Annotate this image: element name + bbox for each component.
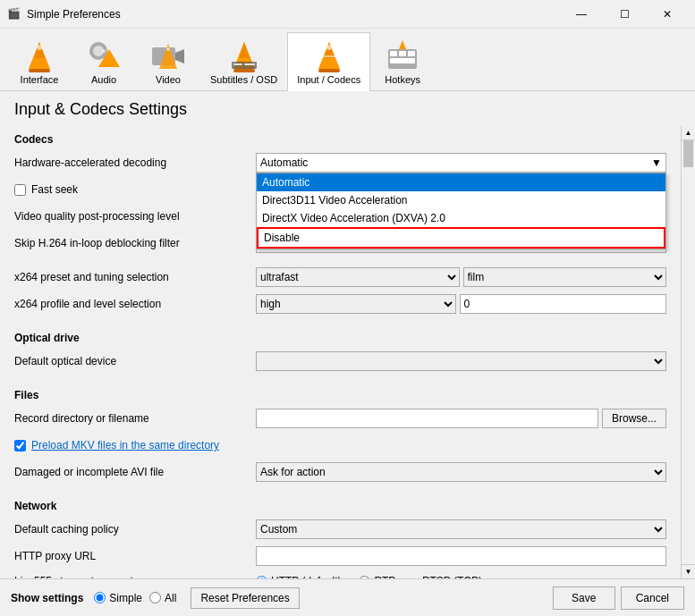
tab-interface[interactable]: Interface [7,32,72,90]
tab-interface-label: Interface [21,74,59,85]
x264-tuning-select[interactable]: film [463,267,667,287]
svg-rect-26 [408,51,415,56]
minimize-button[interactable]: — [561,0,602,29]
svg-rect-27 [390,58,415,63]
tab-input-label: Input / Codecs [297,74,360,85]
input-icon [311,38,347,74]
interface-icon [21,38,57,74]
hotkeys-icon [385,38,420,74]
svg-rect-2 [29,69,50,72]
all-radio-label: All [165,592,176,604]
caching-policy-select[interactable]: Custom [256,519,666,539]
live555-control: HTTP (default) RTP over RTSP (TCP) [256,575,666,578]
x264-preset-row: x264 preset and tuning selection ultrafa… [14,264,666,291]
damaged-avi-control: Ask for action [256,462,666,482]
fast-seek-checkbox[interactable] [14,184,26,196]
hardware-decoding-popup: Automatic Direct3D11 Video Acceleration … [256,173,666,249]
tab-hotkeys-label: Hotkeys [385,74,420,85]
page-heading: Input & Codecs Settings [0,91,695,126]
simple-radio-option: Simple [94,592,142,604]
window-controls: — ☐ ✕ [561,0,688,29]
http-proxy-control [256,546,666,566]
http-proxy-input[interactable] [256,546,666,566]
record-dir-control: Browse... [256,409,666,428]
svg-rect-20 [318,69,340,72]
network-section-title: Network [14,493,666,516]
tab-audio[interactable]: Audio [72,32,136,90]
svg-point-7 [102,49,106,53]
settings-scroll[interactable]: Codecs Hardware-accelerated decoding Aut… [0,126,681,578]
live555-label: Live555 stream transport [14,575,256,578]
x264-profile-select[interactable]: high [256,294,456,314]
dropdown-item-disable[interactable]: Disable [257,227,665,249]
x264-preset-select[interactable]: ultrafast [256,267,460,287]
action-buttons: Save Cancel [553,586,684,610]
maximize-button[interactable]: ☐ [604,0,645,29]
live555-rtp-radio[interactable] [359,576,370,579]
dropdown-item-dxva[interactable]: DirectX Video Acceleration (DXVA) 2.0 [257,209,665,227]
dropdown-item-direct3d11[interactable]: Direct3D11 Video Acceleration [257,191,665,209]
live555-rtp-option: RTP over RTSP (TCP) [359,575,481,578]
fast-seek-label: Fast seek [31,183,78,196]
dropdown-arrow-icon: ▼ [651,156,662,169]
scroll-up-arrow[interactable]: ▲ [682,126,695,140]
tab-audio-label: Audio [91,74,116,85]
preload-mkv-checkbox[interactable] [14,440,26,451]
svg-point-3 [37,45,42,50]
main-content: Codecs Hardware-accelerated decoding Aut… [0,126,695,578]
cancel-button[interactable]: Cancel [621,586,684,610]
simple-radio-label: Simple [109,592,142,604]
record-dir-label: Record directory or filename [14,412,256,425]
tab-input[interactable]: Input / Codecs [287,32,370,91]
fast-seek-checkbox-row: Fast seek [14,180,78,199]
record-dir-input[interactable] [256,409,598,428]
damaged-avi-row: Damaged or incomplete AVI file Ask for a… [14,459,666,485]
all-radio-option: All [149,592,176,604]
scroll-thumb[interactable] [683,140,693,167]
scrollbar[interactable]: ▲ ▼ [681,126,695,578]
x264-profile-row: x264 profile and level selection high [14,291,666,317]
audio-icon [86,38,122,74]
damaged-avi-select[interactable]: Ask for action [256,462,666,482]
svg-rect-24 [390,51,397,56]
svg-rect-14 [233,69,255,72]
show-settings-label: Show settings [11,592,83,604]
svg-rect-17 [244,63,255,65]
video-quality-label: Video quality post-processing level [14,210,256,223]
dropdown-item-automatic[interactable]: Automatic [257,173,665,191]
files-section-title: Files [14,382,666,405]
tab-hotkeys[interactable]: Hotkeys [370,32,435,90]
all-radio[interactable] [149,592,161,603]
hardware-decoding-control: Automatic ▼ Automatic Direct3D11 Video A… [256,153,666,173]
svg-rect-16 [233,63,242,65]
live555-http-label: HTTP (default) [271,575,341,578]
svg-point-11 [166,47,170,51]
tab-subtitles-label: Subtitles / OSD [210,74,277,85]
svg-marker-28 [399,40,406,49]
http-proxy-label: HTTP proxy URL [14,550,256,562]
scroll-down-arrow[interactable]: ▼ [682,564,695,578]
hardware-decoding-dropdown[interactable]: Automatic ▼ [256,153,666,173]
skip-h264-label: Skip H.264 in-loop deblocking filter [14,237,256,249]
damaged-avi-label: Damaged or incomplete AVI file [14,466,256,478]
subtitles-icon [226,38,262,74]
tab-video[interactable]: Video [136,32,200,90]
caching-policy-row: Default caching policy Custom [14,516,666,543]
browse-button[interactable]: Browse... [602,409,666,428]
hardware-decoding-label: Hardware-accelerated decoding [14,156,256,169]
reset-preferences-button[interactable]: Reset Preferences [191,587,299,609]
toolbar: Interface Audio Video Subtitles / [0,29,695,91]
x264-level-input[interactable] [460,294,667,314]
tab-subtitles[interactable]: Subtitles / OSD [200,32,287,90]
close-button[interactable]: ✕ [647,0,688,29]
x264-profile-control: high [256,294,666,314]
simple-radio[interactable] [94,592,106,603]
http-proxy-row: HTTP proxy URL [14,543,666,570]
optical-device-select[interactable] [256,351,666,371]
live555-rtp-label: RTP over RTSP (TCP) [374,575,481,578]
preload-mkv-label: Preload MKV files in the same directory [31,439,219,451]
live555-http-radio[interactable] [256,576,267,579]
caching-policy-label: Default caching policy [14,523,256,536]
svg-marker-13 [239,42,250,58]
save-button[interactable]: Save [553,586,615,610]
